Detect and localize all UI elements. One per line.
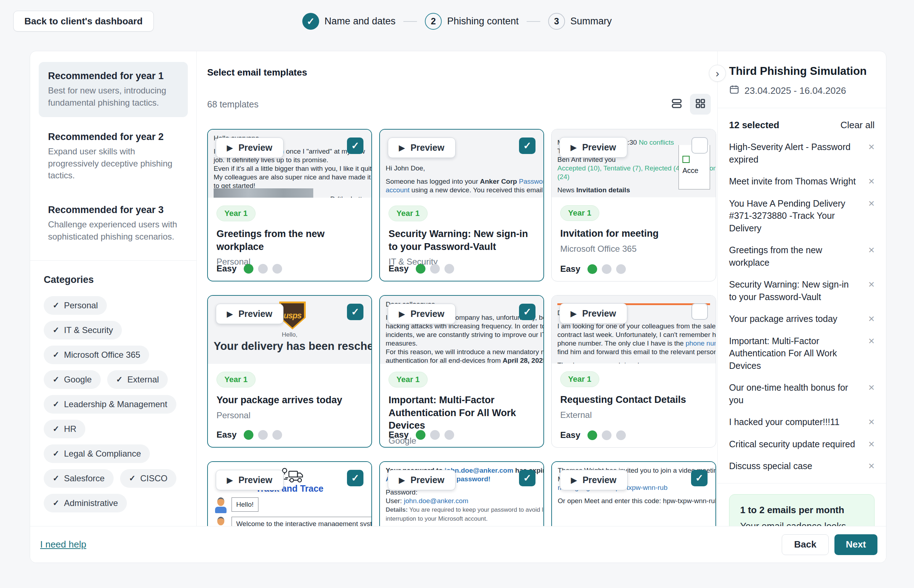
template-card[interactable]: Hello everyone,I wanted to get in touch … [207,129,372,281]
bottom-action-bar: I need help Back Next [30,526,886,562]
preview-button[interactable]: ▶Preview [388,304,455,324]
template-checkbox[interactable] [691,137,708,153]
category-chip-hr[interactable]: ✓HR [44,420,85,438]
back-button[interactable]: Back [782,534,828,555]
preview-button[interactable]: ▶Preview [388,470,455,490]
chip-check-icon: ✓ [53,424,59,434]
template-checkbox[interactable]: ✓ [519,304,535,320]
preview-button-label: Preview [238,309,272,319]
template-card[interactable]: Thomas Wright has invited you to join a … [551,461,716,526]
template-card[interactable]: Your password to john.doe@anker.com has … [379,461,544,526]
template-preview: Dear Sir or Madam,I am looking for one o… [552,296,716,363]
template-preview: uspsHello,Your delivery has been resched… [208,296,371,364]
template-checkbox[interactable]: ✓ [519,470,535,486]
clear-all-button[interactable]: Clear all [841,120,875,131]
help-link[interactable]: I need help [40,539,86,550]
preview-button[interactable]: ▶Preview [559,303,627,324]
preview-button[interactable]: ▶Preview [216,304,284,324]
preview-text-line: Your delivery has been rescheduled [214,339,371,354]
stepper-dash [403,21,417,22]
template-checkbox[interactable]: ✓ [347,137,363,154]
remove-template-icon[interactable]: × [868,176,875,187]
difficulty-dot [272,264,282,274]
preview-button[interactable]: ▶Preview [560,470,628,490]
preview-button[interactable]: ▶Preview [216,137,284,158]
collapse-panel-button[interactable]: › [709,65,726,82]
template-title: Your package arrives today [217,394,363,407]
category-chip-microsoft-office-365[interactable]: ✓Microsoft Office 365 [44,346,149,364]
remove-template-icon[interactable]: × [868,336,875,372]
grid-view-button[interactable] [690,94,711,115]
difficulty-dot [616,430,626,440]
template-checkbox[interactable]: ✓ [691,470,708,486]
stepper-step-summary[interactable]: 3Summary [548,13,612,30]
template-card[interactable]: Dear colleagues,In recent months, our co… [379,295,544,447]
calendar-icon [729,84,739,97]
category-chip-legal-compliance[interactable]: ✓Legal & Compliance [44,444,150,463]
preview-text-line: incidents, we are constantly striving to… [386,331,543,339]
preview-text-line: measures. [386,339,543,348]
left-sidebar: Recommended for year 1Best for new users… [30,51,197,526]
remove-template-icon[interactable]: × [868,313,875,325]
category-chip-administrative[interactable]: ✓Administrative [44,494,127,512]
remove-template-icon[interactable]: × [868,382,875,406]
preview-button[interactable]: ▶Preview [388,137,455,158]
chip-check-icon: ✓ [53,449,59,458]
preview-text-line: For this reason, we will introduce a new… [386,348,543,356]
template-card[interactable]: Mon 28.04, 10:00 to 10:30 No conflictsTe… [551,129,716,281]
chip-check-icon: ✓ [53,474,59,483]
selected-template-item: Security Warning: New sign-in to your Pa… [729,278,875,303]
difficulty-label: Easy [217,263,237,274]
difficulty-dot [244,264,253,274]
remove-template-icon[interactable]: × [868,460,875,472]
preview-button[interactable]: ▶Preview [559,137,627,158]
step-number: 3 [548,13,565,30]
selected-template-item: Your package arrives today× [729,313,875,325]
stepper-step-name-and-dates[interactable]: ✓Name and dates [302,13,395,30]
difficulty-dot [258,264,268,274]
selected-template-label: Discuss special case [729,460,812,472]
template-checkbox[interactable]: ✓ [519,137,535,154]
template-checkbox[interactable]: ✓ [347,304,363,320]
next-button[interactable]: Next [835,534,877,555]
back-to-dashboard-button[interactable]: Back to client's dashboard [13,11,154,32]
category-chip-leadership-management[interactable]: ✓Leadership & Management [44,395,177,414]
template-card[interactable]: Dear Sir or Madam,I am looking for one o… [551,295,716,447]
category-chip-external[interactable]: ✓External [107,370,168,389]
template-count: 68 templates [207,99,258,110]
preview-text-line: User: john.doe@anker.com [386,497,543,505]
preview-button-label: Preview [238,475,272,485]
stepper-step-label: Name and dates [324,16,395,27]
category-chip-personal[interactable]: ✓Personal [44,296,107,315]
remove-template-icon[interactable]: × [868,198,875,234]
template-card[interactable]: uspsHello,Your delivery has been resched… [207,295,372,447]
remove-template-icon[interactable]: × [868,141,875,165]
preview-text-line: Or open Meet and enter this code: hpw-tx… [558,497,715,505]
sidebar-item-year-3[interactable]: Recommended for year 3Challenge experien… [39,196,188,251]
chip-label: Leadership & Management [64,399,167,409]
template-card[interactable]: Hi John Doe,Someone has logged into your… [379,129,544,281]
category-chip-cisco[interactable]: ✓CISCO [120,469,177,488]
template-card[interactable]: Track and TraceHello!Welcome to the inte… [207,461,372,526]
template-checkbox[interactable]: ✓ [347,470,363,486]
stepper-dash [527,21,540,22]
list-view-button[interactable] [666,94,687,115]
play-icon: ▶ [399,476,405,485]
remove-template-icon[interactable]: × [868,279,875,303]
stepper-step-label: Phishing content [447,16,519,27]
remove-template-icon[interactable]: × [868,245,875,268]
remove-template-icon[interactable]: × [868,417,875,428]
template-checkbox[interactable] [691,303,708,320]
sidebar-item-year-1[interactable]: Recommended for year 1Best for new users… [39,62,188,117]
remove-template-icon[interactable]: × [868,439,875,451]
preview-button[interactable]: ▶Preview [216,470,284,490]
category-chip-google[interactable]: ✓Google [44,370,101,389]
selected-template-item: Important: Multi-Factor Authentication F… [729,335,875,372]
sidebar-item-year-2[interactable]: Recommended for year 2Expand user skills… [39,123,188,190]
wizard-stepper: ✓Name and dates2Phishing content3Summary [302,13,611,30]
stepper-step-phishing-content[interactable]: 2Phishing content [425,13,519,30]
category-chip-it-security[interactable]: ✓IT & Security [44,321,122,339]
category-chip-salesforce[interactable]: ✓Salesforce [44,469,113,488]
sidebar-item-desc: Challenge experienced users with sophist… [48,218,178,242]
selected-template-label: Your package arrives today [729,313,837,325]
